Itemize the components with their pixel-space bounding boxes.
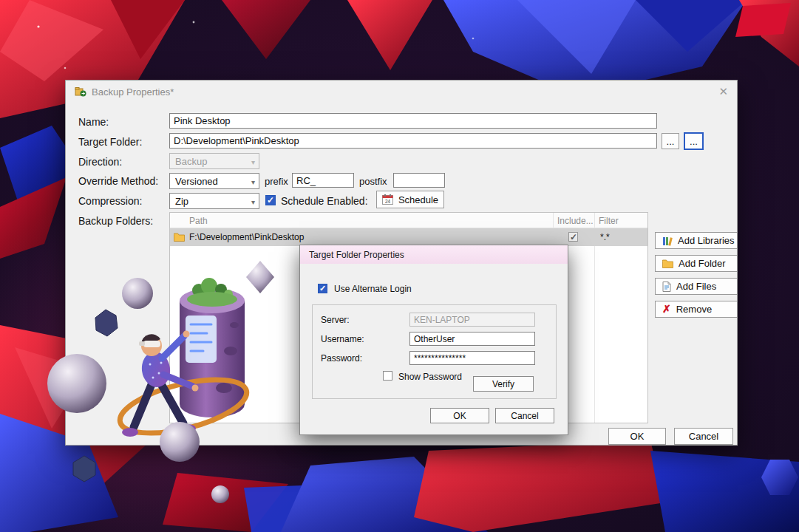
schedule-button[interactable]: 24 Schedule — [376, 191, 444, 208]
dialog-titlebar: Target Folder Properties — [300, 245, 568, 264]
cell-path: F:\Development\PinkDesktop — [189, 232, 304, 242]
chevron-down-icon — [251, 176, 255, 187]
button-label: Add Folder — [679, 258, 726, 269]
override-method-select[interactable]: Versioned — [169, 173, 259, 189]
target-folder-properties-dialog: Target Folder Properties Use Alternate L… — [299, 245, 568, 435]
close-icon[interactable]: ✕ — [718, 85, 728, 98]
calendar-icon: 24 — [382, 194, 393, 205]
password-label: Password: — [321, 353, 362, 364]
override-method-value: Versioned — [175, 176, 251, 187]
table-header: Path Include... Filter — [170, 213, 647, 228]
direction-label: Direction: — [78, 156, 122, 168]
use-alternate-login-label: Use Alternate Login — [334, 284, 412, 294]
folder-icon — [174, 233, 185, 242]
schedule-enabled-checkbox[interactable] — [265, 195, 276, 205]
button-label: ... — [667, 136, 675, 147]
cancel-button[interactable]: Cancel — [674, 428, 733, 445]
target-folder-label: Target Folder: — [78, 136, 142, 148]
add-libraries-button[interactable]: Add Libraries — [655, 232, 738, 249]
button-label: Cancel — [511, 411, 538, 421]
compression-value: Zip — [175, 196, 251, 207]
prefix-input[interactable] — [292, 173, 354, 188]
browse-target-button[interactable]: ... — [662, 133, 679, 149]
dialog-ok-button[interactable]: OK — [430, 408, 489, 423]
file-icon — [662, 282, 671, 292]
name-input[interactable] — [169, 113, 657, 129]
dialog-cancel-button[interactable]: Cancel — [495, 408, 554, 423]
show-password-checkbox[interactable] — [383, 371, 392, 381]
direction-select: Backup — [169, 153, 259, 169]
compression-label: Compression: — [78, 195, 142, 207]
show-password-label: Show Password — [398, 372, 462, 382]
column-header-filter[interactable]: Filter — [599, 216, 619, 226]
backup-folders-label: Backup Folders: — [78, 215, 153, 227]
button-label: ... — [690, 136, 698, 147]
password-input[interactable] — [409, 351, 535, 365]
use-alternate-login-checkbox[interactable] — [318, 284, 327, 293]
button-label: Verify — [492, 379, 514, 389]
button-label: Cancel — [689, 431, 718, 442]
postfix-label: postfix — [359, 176, 387, 187]
table-row[interactable]: F:\Development\PinkDesktop *.* — [170, 228, 647, 246]
username-label: Username: — [321, 334, 364, 344]
add-files-button[interactable]: Add Files — [655, 278, 738, 295]
browse-target-alt-button[interactable]: ... — [684, 132, 704, 150]
include-checkbox[interactable] — [568, 232, 578, 242]
schedule-enabled-label: Schedule Enabled: — [281, 195, 368, 207]
direction-value: Backup — [175, 156, 251, 167]
dialog-title: Target Folder Properties — [309, 250, 404, 260]
target-folder-input[interactable] — [169, 133, 657, 149]
button-label: Add Libraries — [678, 235, 735, 246]
remove-x-icon — [662, 304, 671, 315]
chevron-down-icon — [251, 196, 255, 207]
name-label: Name: — [78, 116, 109, 128]
override-method-label: Override Method: — [78, 175, 158, 187]
button-label: Remove — [676, 304, 712, 315]
prefix-label: prefix — [265, 176, 288, 187]
chevron-down-icon — [251, 156, 255, 167]
desktop: Backup Properties* ✕ Name: Target Folder… — [0, 0, 799, 532]
ok-button[interactable]: OK — [608, 428, 666, 445]
button-label: OK — [630, 431, 645, 442]
library-icon — [662, 236, 673, 246]
add-folder-button[interactable]: Add Folder — [655, 255, 738, 272]
window-titlebar: Backup Properties* ✕ — [66, 81, 737, 103]
compression-select[interactable]: Zip — [169, 193, 259, 209]
cell-filter: *.* — [600, 232, 610, 242]
window-title: Backup Properties* — [92, 86, 174, 98]
postfix-input[interactable] — [393, 173, 445, 188]
svg-text:24: 24 — [385, 199, 391, 204]
server-input — [409, 313, 535, 327]
username-input[interactable] — [409, 332, 535, 346]
server-label: Server: — [321, 315, 350, 325]
button-label: Add Files — [676, 281, 716, 292]
button-label: Schedule — [398, 194, 438, 205]
verify-button[interactable]: Verify — [473, 376, 534, 392]
column-header-include[interactable]: Include... — [557, 216, 593, 226]
button-label: OK — [453, 411, 466, 421]
column-header-path[interactable]: Path — [189, 216, 208, 226]
remove-button[interactable]: Remove — [655, 301, 738, 318]
app-icon — [75, 86, 86, 98]
folder-icon — [662, 259, 673, 268]
